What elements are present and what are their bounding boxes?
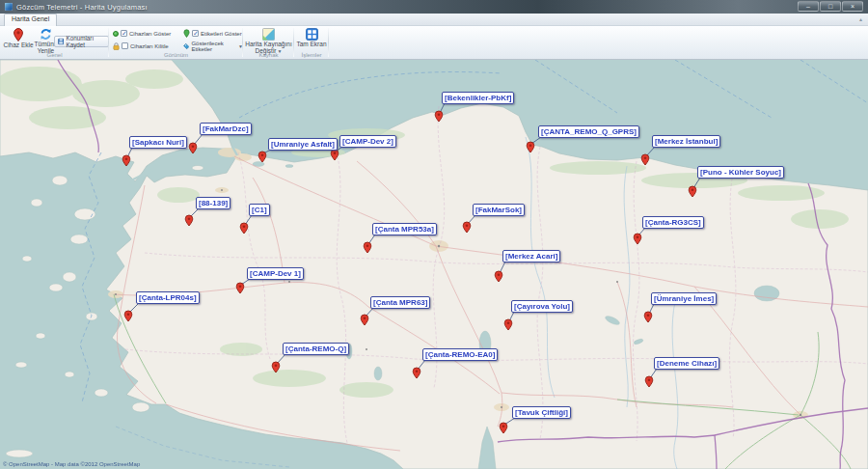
- checkbox-lock-devices[interactable]: [122, 42, 128, 49]
- show-labels-label: Etiketleri Göster: [201, 31, 242, 37]
- device-label[interactable]: [Çayırova Yolu]: [511, 300, 573, 313]
- group-label-gorunum: Görünüm: [109, 52, 243, 58]
- device-label[interactable]: [Çanta-LPR04s]: [136, 291, 200, 304]
- device-label[interactable]: [Çanta-REMO-EA0]: [422, 348, 498, 361]
- device-label[interactable]: [CAMP-Dev 2]: [339, 135, 396, 148]
- close-button-icon[interactable]: ×: [842, 1, 863, 12]
- labels-dropdown-label: Gösterilecek Etiketler: [191, 41, 235, 52]
- device-label[interactable]: [ÇANTA_REMO_Q_GPRS]: [538, 125, 639, 138]
- lock-devices-toggle[interactable]: Cihazları Kilitle: [113, 41, 169, 50]
- device-label[interactable]: [Sapkacı Nuri]: [129, 136, 187, 149]
- ribbon-group-islemler: Tam Ekran İşlemler: [294, 26, 329, 59]
- ribbon-collapse-icon[interactable]: ▴: [859, 15, 862, 22]
- add-device-button[interactable]: Cihaz Ekle: [3, 28, 34, 49]
- lock-devices-label: Cihazları Kilitle: [130, 43, 169, 49]
- add-device-label: Cihaz Ekle: [3, 42, 33, 49]
- green-dot-icon: [113, 31, 119, 37]
- map-geography: [0, 60, 868, 469]
- ribbon: Cihaz Ekle Tümünü Yenile Konumları Kayde…: [0, 26, 868, 60]
- labels-dropdown-button[interactable]: Gösterilecek Etiketler ▼: [183, 41, 243, 50]
- tag-icon: [183, 42, 189, 50]
- ribbon-tab-row: Harita Genel ▴: [0, 14, 868, 26]
- red-pin-icon: [13, 28, 24, 41]
- device-label[interactable]: [Çanta-RG3CS]: [642, 216, 704, 229]
- device-label[interactable]: [Tavuk Çiftliği]: [512, 406, 571, 419]
- checkbox-show-labels[interactable]: ✓: [192, 30, 199, 37]
- device-label[interactable]: [Merkez Acari]: [502, 250, 560, 262]
- ribbon-group-kaynak: Harita Kaynağını Değiştir▼ Kaynak: [243, 26, 294, 59]
- window-controls: – □ ×: [798, 1, 863, 12]
- ribbon-group-gorunum: ✓ Cihazları Göster Cihazları Kilitle ✓ E…: [109, 26, 243, 59]
- device-label[interactable]: [Çanta-REMO-Q]: [283, 343, 349, 355]
- device-label[interactable]: [Deneme Cihazı]: [654, 357, 719, 370]
- window-title: Gözcüm Telemetri - Harita Uygulaması: [16, 3, 148, 12]
- device-label[interactable]: [Umraniye Asfalt]: [268, 138, 338, 151]
- device-label[interactable]: [Ümraniye İmes]: [651, 292, 717, 305]
- fullscreen-icon: [306, 28, 318, 41]
- fullscreen-label: Tam Ekran: [296, 41, 326, 48]
- device-label[interactable]: [FakMarDzc]: [200, 123, 252, 135]
- map-source-icon: [262, 28, 275, 41]
- save-locations-label: Konumları Kaydet: [66, 35, 105, 48]
- minimize-button-icon[interactable]: –: [798, 1, 819, 12]
- device-label[interactable]: [Çanta MPR63]: [370, 296, 430, 309]
- save-icon: [58, 38, 64, 45]
- maximize-button-icon[interactable]: □: [820, 1, 841, 12]
- app-window: Gözcüm Telemetri - Harita Uygulaması – □…: [0, 0, 868, 469]
- fullscreen-button[interactable]: Tam Ekran: [296, 28, 327, 48]
- device-label[interactable]: [88-139]: [196, 197, 231, 209]
- map-canvas[interactable]: © OpenStreetMap - Map data ©2012 OpenStr…: [0, 60, 868, 469]
- refresh-icon: [40, 28, 52, 41]
- device-label[interactable]: [CAMP-Dev 1]: [247, 267, 304, 280]
- device-label[interactable]: [Çanta MPR53a]: [372, 223, 437, 235]
- group-label-islemler: İşlemler: [294, 52, 329, 58]
- device-label[interactable]: [FakMarSok]: [473, 204, 525, 216]
- show-devices-toggle[interactable]: ✓ Cihazları Göster: [113, 29, 171, 38]
- device-label[interactable]: [Bekenlikler-PbKf]: [442, 92, 514, 104]
- app-icon: [5, 3, 13, 11]
- ribbon-group-genel: Cihaz Ekle Tümünü Yenile Konumları Kayde…: [0, 26, 109, 59]
- save-locations-button[interactable]: Konumları Kaydet: [54, 36, 109, 47]
- change-map-source-button[interactable]: Harita Kaynağını Değiştir▼: [245, 28, 292, 54]
- device-label[interactable]: [C1]: [249, 204, 270, 216]
- tab-harita-genel[interactable]: Harita Genel: [4, 14, 57, 26]
- group-label-kaynak: Kaynak: [243, 52, 294, 58]
- device-label[interactable]: [Puno - Kühler Soyuc]: [697, 166, 784, 179]
- show-devices-label: Cihazları Göster: [129, 31, 171, 37]
- group-separator: [328, 28, 329, 57]
- map-attribution: © OpenStreetMap - Map data ©2012 OpenStr…: [3, 461, 140, 467]
- show-labels-toggle[interactable]: ✓ Etiketleri Göster: [183, 29, 242, 38]
- checkbox-show-devices[interactable]: ✓: [121, 30, 127, 37]
- device-label[interactable]: [Merkez İstanbul]: [652, 135, 720, 148]
- lock-icon: [113, 42, 120, 50]
- group-label-genel: Genel: [0, 52, 109, 58]
- titlebar: Gözcüm Telemetri - Harita Uygulaması – □…: [0, 0, 868, 14]
- green-pin-icon: [183, 29, 190, 38]
